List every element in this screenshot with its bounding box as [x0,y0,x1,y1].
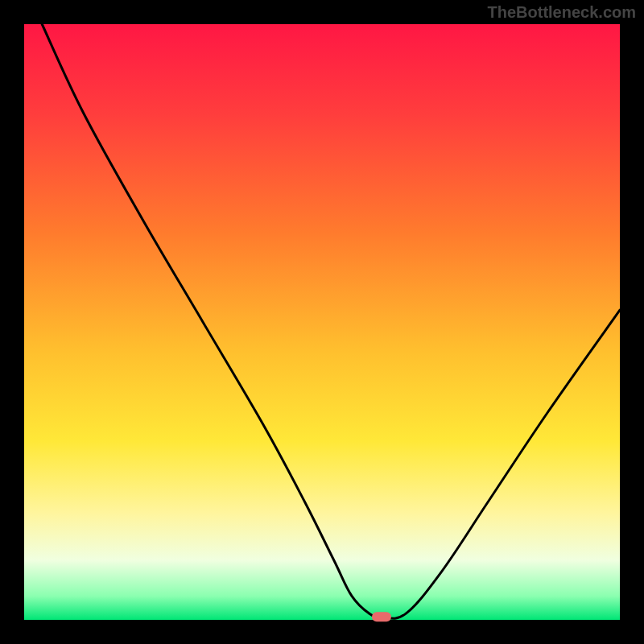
bottleneck-chart [0,0,644,644]
watermark-text: TheBottleneck.com [488,3,636,22]
chart-svg [0,0,644,644]
plot-area [24,24,620,620]
optimum-marker [372,612,391,621]
